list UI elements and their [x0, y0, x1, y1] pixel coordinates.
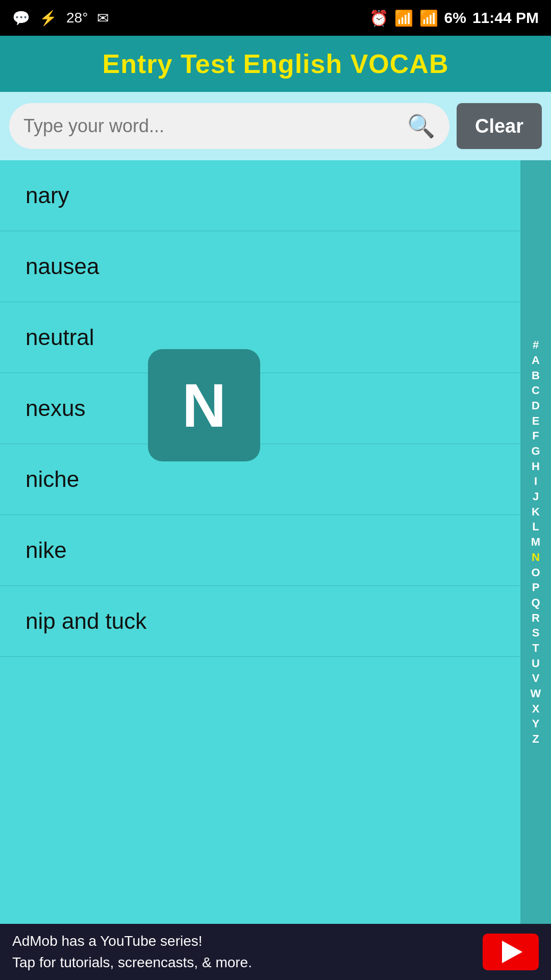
alpha-letter-c[interactable]: C [520, 383, 551, 398]
list-item[interactable]: nary [0, 160, 520, 231]
alpha-letter-x[interactable]: X [520, 701, 551, 717]
alpha-letter-a[interactable]: A [520, 353, 551, 368]
letter-bubble: N [148, 349, 260, 461]
alpha-letter-b[interactable]: B [520, 368, 551, 383]
alpha-letter-m[interactable]: M [520, 534, 551, 550]
alpha-letter-u[interactable]: U [520, 656, 551, 671]
ad-line2: Tap for tutorials, screencasts, & more. [12, 952, 470, 973]
status-bar: 💬 ⚡ 28° ✉ ⏰ 📶 📶 6% 11:44 PM [0, 0, 551, 36]
search-input-wrapper: 🔍 [9, 103, 449, 149]
main-content: narynauseaneutralnexusnichenikenip and t… [0, 160, 551, 924]
letter-bubble-text: N [182, 370, 227, 440]
alpha-letter-v[interactable]: V [520, 671, 551, 686]
alpha-letter-t[interactable]: T [520, 641, 551, 656]
alpha-letter-o[interactable]: O [520, 565, 551, 580]
ad-text-block: AdMob has a YouTube series! Tap for tuto… [12, 930, 470, 973]
time: 11:44 PM [472, 9, 539, 27]
alpha-letter-d[interactable]: D [520, 398, 551, 413]
whatsapp-icon: 💬 [12, 10, 30, 27]
alpha-letter-y[interactable]: Y [520, 716, 551, 731]
alphabet-index: #ABCDEFGHIJKLMNOPQRSTUVWXYZ [520, 160, 551, 924]
search-icon: 🔍 [407, 113, 435, 139]
alpha-letter-g[interactable]: G [520, 444, 551, 459]
youtube-button[interactable] [483, 934, 539, 970]
alpha-letter-s[interactable]: S [520, 625, 551, 641]
alpha-letter-w[interactable]: W [520, 686, 551, 701]
usb-icon: ⚡ [39, 10, 57, 27]
list-item[interactable]: neutral [0, 302, 520, 373]
list-item[interactable]: nip and tuck [0, 586, 520, 657]
wifi-icon: 📶 [394, 9, 413, 27]
list-item[interactable]: niche [0, 444, 520, 515]
word-list: narynauseaneutralnexusnichenikenip and t… [0, 160, 520, 924]
list-item[interactable]: nexus [0, 373, 520, 444]
battery: 6% [444, 9, 466, 27]
app-header: Entry Test English VOCAB [0, 36, 551, 92]
alpha-letter-e[interactable]: E [520, 413, 551, 429]
list-item[interactable]: nausea [0, 231, 520, 302]
search-bar-container: 🔍 Clear [0, 92, 551, 160]
alpha-letter-k[interactable]: K [520, 504, 551, 520]
alpha-letter-n[interactable]: N [520, 550, 551, 565]
play-icon [502, 941, 522, 963]
alpha-letter-z[interactable]: Z [520, 731, 551, 747]
status-left: 💬 ⚡ 28° ✉ [12, 10, 109, 27]
gmail-icon: ✉ [97, 10, 109, 27]
alpha-letter-i[interactable]: I [520, 474, 551, 489]
alpha-letter-l[interactable]: L [520, 519, 551, 534]
clear-button[interactable]: Clear [457, 103, 542, 149]
ad-banner[interactable]: AdMob has a YouTube series! Tap for tuto… [0, 924, 551, 980]
alpha-letter-r[interactable]: R [520, 610, 551, 626]
alpha-letter-p[interactable]: P [520, 580, 551, 595]
search-input[interactable] [23, 115, 402, 137]
signal-icon: 📶 [419, 9, 438, 27]
alpha-letter-#[interactable]: # [520, 337, 551, 353]
alpha-letter-h[interactable]: H [520, 459, 551, 474]
list-item[interactable]: nike [0, 515, 520, 586]
app-title: Entry Test English VOCAB [103, 48, 449, 79]
alpha-letter-j[interactable]: J [520, 489, 551, 504]
status-right: ⏰ 📶 📶 6% 11:44 PM [369, 9, 539, 27]
alpha-letter-f[interactable]: F [520, 428, 551, 444]
alarm-icon: ⏰ [369, 9, 388, 27]
ad-line1: AdMob has a YouTube series! [12, 930, 470, 952]
alpha-letter-q[interactable]: Q [520, 595, 551, 610]
temperature: 28° [66, 10, 88, 26]
